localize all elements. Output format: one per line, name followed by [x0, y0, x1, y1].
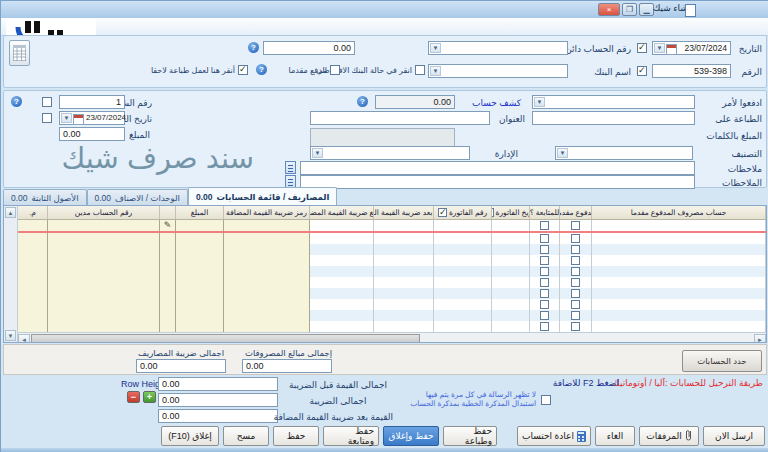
- table-cell[interactable]: [592, 277, 766, 288]
- row-checkbox[interactable]: [540, 234, 549, 243]
- table-cell[interactable]: [18, 277, 48, 288]
- table-cell[interactable]: [224, 266, 310, 277]
- table-cell[interactable]: [310, 220, 374, 231]
- table-cell[interactable]: [310, 255, 374, 266]
- row-checkbox[interactable]: [540, 311, 549, 320]
- table-cell[interactable]: [18, 233, 48, 244]
- table-cell[interactable]: [310, 288, 374, 299]
- chevron-down-icon[interactable]: ▼: [312, 148, 323, 158]
- table-cell[interactable]: [160, 288, 176, 299]
- table-cell[interactable]: [18, 266, 48, 277]
- checkbox-icon[interactable]: [238, 65, 248, 75]
- amount-field[interactable]: 0.00: [59, 127, 125, 141]
- table-cell[interactable]: [434, 255, 492, 266]
- table-cell[interactable]: [434, 299, 492, 310]
- checkbox-icon[interactable]: [330, 65, 340, 75]
- table-row[interactable]: [18, 277, 766, 288]
- pay-order-combo[interactable]: ▼: [532, 95, 695, 109]
- column-header[interactable]: م.: [18, 206, 48, 219]
- column-header[interactable]: رقم الحساب مدين: [48, 206, 160, 219]
- table-cell[interactable]: [160, 233, 176, 244]
- table-cell[interactable]: [48, 266, 160, 277]
- table-cell[interactable]: [560, 310, 592, 321]
- table-cell[interactable]: [176, 220, 224, 231]
- table-cell[interactable]: [592, 255, 766, 266]
- table-cell[interactable]: [592, 321, 766, 332]
- table-cell[interactable]: [560, 255, 592, 266]
- expense-tax-field[interactable]: 0.00: [136, 359, 226, 373]
- tab-expenses-accounts[interactable]: المصاريف / قائمة الحسابات0.00: [188, 187, 337, 205]
- check-date-field[interactable]: ▼ 23/07/2024: [59, 111, 125, 125]
- table-cell[interactable]: [492, 233, 530, 244]
- table-cell[interactable]: [530, 244, 560, 255]
- table-cell[interactable]: [560, 233, 592, 244]
- row-checkbox[interactable]: [571, 311, 580, 320]
- table-cell[interactable]: [224, 310, 310, 321]
- table-cell[interactable]: [492, 288, 530, 299]
- table-cell[interactable]: [530, 233, 560, 244]
- table-cell[interactable]: [176, 244, 224, 255]
- table-cell[interactable]: [176, 310, 224, 321]
- table-cell[interactable]: [374, 220, 434, 231]
- table-cell[interactable]: [592, 233, 766, 244]
- row-checkbox[interactable]: [571, 289, 580, 298]
- send-now-button[interactable]: ارسل الان: [703, 426, 765, 446]
- table-cell[interactable]: [224, 288, 310, 299]
- row-checkbox[interactable]: [571, 267, 580, 276]
- help-icon[interactable]: ?: [11, 96, 22, 107]
- select-accounts-button[interactable]: حدد الحسابات: [682, 350, 762, 372]
- table-cell[interactable]: [492, 299, 530, 310]
- table-cell[interactable]: [434, 220, 492, 231]
- table-cell[interactable]: [374, 321, 434, 332]
- table-cell[interactable]: [176, 299, 224, 310]
- table-cell[interactable]: [160, 277, 176, 288]
- account-statement-link[interactable]: كشف حساب: [472, 98, 521, 108]
- table-row[interactable]: [18, 266, 766, 277]
- table-cell[interactable]: [176, 233, 224, 244]
- table-cell[interactable]: [48, 277, 160, 288]
- table-cell[interactable]: [530, 321, 560, 332]
- table-row[interactable]: [18, 288, 766, 299]
- check-number-checkbox[interactable]: [42, 97, 52, 107]
- row-checkbox[interactable]: [540, 289, 549, 298]
- table-cell[interactable]: [160, 255, 176, 266]
- row-checkbox[interactable]: [571, 278, 580, 287]
- table-cell[interactable]: [48, 299, 160, 310]
- table-cell[interactable]: [18, 255, 48, 266]
- column-header[interactable]: للمتابعة ؟: [530, 206, 560, 219]
- header-checkbox-icon[interactable]: [492, 208, 494, 217]
- column-header[interactable]: مدفوع مقدما: [560, 206, 592, 219]
- table-cell[interactable]: [434, 310, 492, 321]
- row-checkbox[interactable]: [571, 221, 580, 230]
- check-date-checkbox[interactable]: [42, 113, 52, 123]
- table-cell[interactable]: [530, 288, 560, 299]
- vertical-scrollbar[interactable]: ▲ ▼: [4, 206, 18, 342]
- table-cell[interactable]: [492, 244, 530, 255]
- horizontal-scrollbar[interactable]: ◄►: [18, 332, 766, 342]
- credit-account-combo[interactable]: ▼: [428, 41, 568, 55]
- scroll-up-icon[interactable]: ▲: [5, 207, 16, 218]
- print-on-field[interactable]: [532, 111, 695, 125]
- credit-amount-field[interactable]: 0.00: [263, 41, 355, 55]
- table-cell[interactable]: [374, 277, 434, 288]
- table-cell[interactable]: [310, 321, 374, 332]
- tab-fixed-assets[interactable]: الأصول الثابتة0.00: [3, 189, 87, 205]
- table-cell[interactable]: [48, 233, 160, 244]
- tab-units-items[interactable]: الوحدات / الاصناف0.00: [87, 189, 188, 205]
- column-header[interactable]: رقم الفاتورة: [434, 206, 492, 219]
- table-cell[interactable]: [48, 220, 160, 231]
- scroll-left-icon[interactable]: ◄: [18, 334, 30, 342]
- table-cell[interactable]: [176, 288, 224, 299]
- attachments-button[interactable]: المرفقات: [639, 426, 699, 446]
- help-icon[interactable]: ?: [256, 64, 267, 75]
- table-cell[interactable]: [176, 321, 224, 332]
- notes-field[interactable]: [300, 161, 695, 175]
- row-checkbox[interactable]: [540, 278, 549, 287]
- table-cell[interactable]: [18, 244, 48, 255]
- save-continue-button[interactable]: حفظ ومتابعة: [323, 426, 379, 446]
- save-button[interactable]: حفظ: [273, 426, 319, 446]
- table-cell[interactable]: [434, 266, 492, 277]
- table-cell[interactable]: [560, 277, 592, 288]
- table-cell[interactable]: [160, 244, 176, 255]
- table-row[interactable]: [18, 310, 766, 321]
